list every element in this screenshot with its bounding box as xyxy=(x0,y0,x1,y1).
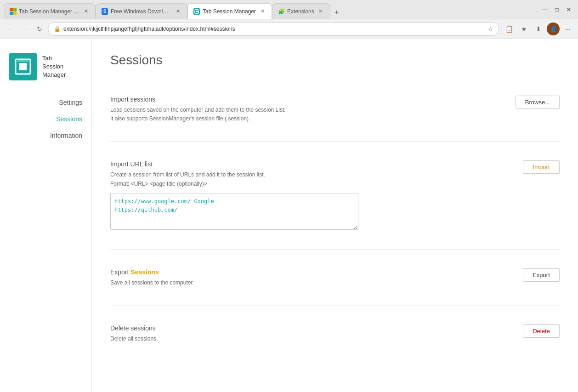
import-sessions-title: Import sessions xyxy=(110,96,497,103)
settings-menu-button[interactable]: ··· xyxy=(561,23,574,35)
tabs-container: Tab Session Manager - Microsof... ✕ S Fr… xyxy=(0,0,578,19)
tab3-close-button[interactable]: ✕ xyxy=(259,8,266,15)
import-url-info: Import URL list Create a session from li… xyxy=(110,160,504,231)
export-sessions-section: Export Sessions Save all sessions to the… xyxy=(110,259,560,296)
main-content: Sessions Import sessions Load sessions s… xyxy=(92,39,578,392)
tab4-title: Extensions xyxy=(287,8,314,15)
delete-sessions-action: Delete xyxy=(523,324,560,338)
import-url-section: Import URL list Create a session from li… xyxy=(110,151,560,240)
new-tab-button[interactable]: + xyxy=(330,6,343,19)
tab-tab-session-manager-microsoft[interactable]: Tab Session Manager - Microsof... ✕ xyxy=(4,3,96,19)
import-button[interactable]: Import xyxy=(523,160,560,174)
close-button[interactable]: ✕ xyxy=(563,4,574,15)
export-sessions-info: Export Sessions Save all sessions to the… xyxy=(110,268,504,287)
forward-button[interactable]: → xyxy=(18,23,31,35)
downloads-button[interactable]: ⬇ xyxy=(532,23,545,35)
import-url-action: Import xyxy=(523,160,560,174)
tab2-close-button[interactable]: ✕ xyxy=(174,8,181,15)
import-url-title: Import URL list xyxy=(110,160,504,168)
delete-sessions-desc: Delete all sessions. xyxy=(110,335,504,343)
import-sessions-row: Import sessions Load sessions saved on t… xyxy=(110,86,560,132)
svg-rect-3 xyxy=(19,63,27,70)
favorites-button[interactable]: ★ xyxy=(517,23,530,35)
svg-rect-1 xyxy=(196,11,198,12)
export-sessions-action: Export xyxy=(523,268,560,282)
tab-bar: Tab Session Manager - Microsof... ✕ S Fr… xyxy=(0,0,578,19)
tab-free-windows-downloads[interactable]: S Free Windows Downloads ✕ xyxy=(96,3,187,19)
tab4-close-button[interactable]: ✕ xyxy=(317,8,324,15)
import-sessions-action: Browse... xyxy=(516,96,560,109)
back-button[interactable]: ← xyxy=(4,23,17,35)
delete-sessions-section: Delete sessions Delete all sessions. Del… xyxy=(110,315,560,352)
divider-top xyxy=(110,77,560,77)
delete-sessions-info: Delete sessions Delete all sessions. xyxy=(110,324,504,343)
tab4-favicon: 🧩 xyxy=(278,8,284,15)
star-icon[interactable]: ☆ xyxy=(488,26,493,32)
import-url-desc: Create a session from list of URLs and a… xyxy=(110,170,504,188)
divider-2 xyxy=(110,250,560,250)
window-controls: — □ ✕ xyxy=(539,0,578,19)
tab3-title: Tab Session Manager xyxy=(203,8,256,15)
profile-avatar[interactable]: 👤 xyxy=(547,23,560,35)
browser-window: Tab Session Manager - Microsof... ✕ S Fr… xyxy=(0,0,578,392)
sidebar-navigation: Settings Sessions Information xyxy=(0,94,91,144)
sidebar-item-settings[interactable]: Settings xyxy=(0,94,91,111)
delete-button[interactable]: Delete xyxy=(523,324,560,338)
sidebar-item-information[interactable]: Information xyxy=(0,127,91,144)
page-title: Sessions xyxy=(110,53,560,68)
reload-button[interactable]: ↻ xyxy=(33,23,46,35)
import-sessions-info: Import sessions Load sessions saved on t… xyxy=(110,96,497,123)
lock-icon: 🔒 xyxy=(54,26,61,32)
tab1-close-button[interactable]: ✕ xyxy=(82,8,90,15)
collections-button[interactable]: 📋 xyxy=(503,23,516,35)
sidebar-item-sessions[interactable]: Sessions xyxy=(0,111,91,127)
minimize-button[interactable]: — xyxy=(539,4,550,15)
delete-sessions-row: Delete sessions Delete all sessions. Del… xyxy=(110,315,560,352)
sidebar-logo-text: Tab Session Manager xyxy=(42,54,66,80)
address-input[interactable] xyxy=(63,26,485,32)
tab1-title: Tab Session Manager - Microsof... xyxy=(19,8,79,15)
delete-sessions-title: Delete sessions xyxy=(110,324,504,332)
sidebar: Tab Session Manager Settings Sessions In… xyxy=(0,39,92,392)
tab-tab-session-manager[interactable]: Tab Session Manager ✕ xyxy=(187,3,272,19)
address-bar[interactable]: 🔒 ☆ xyxy=(48,22,499,36)
import-sessions-section: Import sessions Load sessions saved on t… xyxy=(110,86,560,132)
browser-action-buttons: 📋 ★ ⬇ 👤 ··· xyxy=(503,23,574,35)
maximize-button[interactable]: □ xyxy=(551,4,562,15)
page-container: Tab Session Manager Settings Sessions In… xyxy=(0,39,578,392)
import-sessions-desc: Load sessions saved on the computer and … xyxy=(110,106,497,123)
tab-extensions[interactable]: 🧩 Extensions ✕ xyxy=(272,3,330,19)
export-sessions-desc: Save all sessions to the computer. xyxy=(110,278,504,287)
divider-1 xyxy=(110,142,560,142)
export-sessions-row: Export Sessions Save all sessions to the… xyxy=(110,259,560,296)
url-list-textarea[interactable]: https://www.google.com/ Google https://g… xyxy=(110,193,358,230)
browse-button[interactable]: Browse... xyxy=(516,96,560,109)
export-sessions-title: Export Sessions xyxy=(110,268,504,276)
export-button[interactable]: Export xyxy=(523,268,560,282)
import-url-textarea-container: https://www.google.com/ Google https://g… xyxy=(110,193,504,231)
import-url-row: Import URL list Create a session from li… xyxy=(110,151,560,240)
tab3-favicon xyxy=(193,8,200,15)
tab2-title: Free Windows Downloads xyxy=(111,8,171,15)
app-logo-icon xyxy=(9,53,37,80)
divider-3 xyxy=(110,306,560,306)
browser-controls-bar: ← → ↻ 🔒 ☆ 📋 ★ ⬇ 👤 ··· xyxy=(0,19,578,39)
tab1-favicon xyxy=(10,8,16,15)
svg-rect-4 xyxy=(17,59,28,62)
sidebar-logo: Tab Session Manager xyxy=(0,48,91,94)
tab2-favicon: S xyxy=(102,8,108,15)
